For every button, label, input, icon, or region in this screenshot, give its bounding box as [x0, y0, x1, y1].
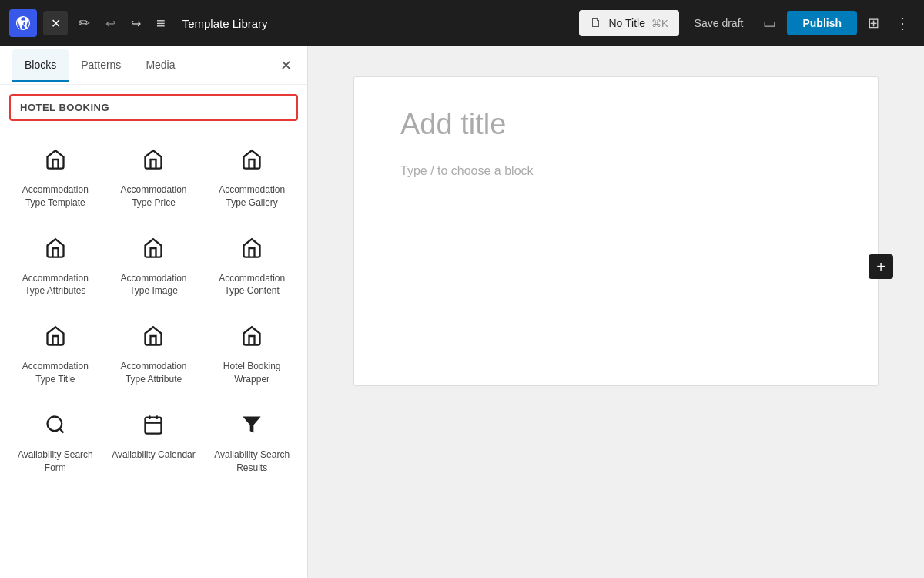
house-icon-2	[142, 149, 164, 176]
house-icon-3	[241, 149, 263, 176]
block-item-acc-type-title[interactable]: Accommodation Type Title	[6, 313, 105, 395]
svg-point-0	[47, 416, 62, 431]
tab-blocks[interactable]: Blocks	[12, 49, 69, 82]
block-item-acc-type-image[interactable]: Accommodation Type Image	[105, 225, 203, 307]
svg-rect-2	[146, 417, 162, 433]
block-item-acc-type-template[interactable]: Accommodation Type Template	[6, 136, 105, 219]
toolbar: ✕ ✏ ↩ ↪ ≡ Template Library 🗋 No Title ⌘K…	[0, 0, 924, 46]
blocks-row-4: Availability Search Form Availability Ca…	[0, 398, 307, 487]
block-label-acc-type-image: Accommodation Type Image	[111, 272, 197, 298]
block-item-availability-search-form[interactable]: Availability Search Form	[6, 402, 105, 484]
house-icon-9	[241, 325, 263, 352]
house-icon-6	[241, 237, 263, 264]
close-button[interactable]: ✕	[43, 11, 68, 35]
no-title-label: No Title	[608, 17, 644, 29]
block-label-acc-type-template: Accommodation Type Template	[12, 183, 99, 210]
publish-button[interactable]: Publish	[787, 11, 857, 35]
block-label-acc-type-content: Accommodation Type Content	[209, 272, 295, 298]
blocks-row-1: Accommodation Type Template Accommodatio…	[0, 133, 307, 222]
undo-icon[interactable]: ↩	[101, 13, 120, 34]
block-item-acc-type-attributes[interactable]: Accommodation Type Attributes	[6, 225, 105, 307]
block-label-availability-search-results: Availability Search Results	[209, 449, 295, 475]
svg-marker-6	[243, 416, 260, 432]
house-icon-8	[142, 325, 164, 352]
wp-logo	[9, 9, 37, 37]
block-item-acc-type-price[interactable]: Accommodation Type Price	[105, 136, 203, 219]
block-label-availability-calendar: Availability Calendar	[112, 449, 196, 462]
add-block-button[interactable]: +	[869, 254, 893, 279]
tab-media[interactable]: Media	[133, 49, 187, 82]
block-label-acc-type-price: Accommodation Type Price	[111, 183, 197, 210]
block-label-acc-type-gallery: Accommodation Type Gallery	[209, 183, 295, 210]
block-label-acc-type-attributes: Accommodation Type Attributes	[12, 272, 99, 298]
block-item-acc-type-attribute[interactable]: Accommodation Type Attribute	[105, 313, 203, 395]
document-icon: 🗋	[590, 16, 602, 30]
block-label-availability-search-form: Availability Search Form	[12, 449, 99, 475]
house-icon-5	[142, 237, 164, 264]
sidebar-tabs: Blocks Patterns Media ✕	[0, 46, 307, 85]
plus-icon: +	[876, 258, 886, 276]
editor-canvas: Add title Type / to choose a block	[354, 77, 878, 385]
more-options-icon[interactable]: ⋮	[890, 9, 915, 37]
block-item-acc-type-gallery[interactable]: Accommodation Type Gallery	[203, 136, 301, 219]
svg-line-1	[59, 428, 63, 432]
house-icon-1	[45, 149, 66, 176]
blocks-row-3: Accommodation Type Title Accommodation T…	[0, 310, 307, 398]
editor-area: Add title Type / to choose a block +	[308, 46, 924, 578]
type-block-placeholder: Type / to choose a block	[400, 164, 832, 178]
shortcut-label: ⌘K	[651, 18, 668, 29]
filter-icon	[241, 414, 263, 441]
toolbar-title: Template Library	[182, 17, 268, 30]
no-title-button[interactable]: 🗋 No Title ⌘K	[579, 10, 678, 36]
tab-patterns[interactable]: Patterns	[69, 49, 133, 82]
close-icon: ✕	[51, 16, 61, 31]
category-filter: HOTEL BOOKING	[9, 94, 298, 121]
main-layout: Blocks Patterns Media ✕ HOTEL BOOKING	[0, 46, 924, 578]
edit-icon[interactable]: ✏	[74, 10, 95, 36]
block-item-acc-type-content[interactable]: Accommodation Type Content	[203, 225, 301, 307]
block-item-availability-search-results[interactable]: Availability Search Results	[203, 402, 301, 484]
calendar-icon	[142, 414, 164, 441]
house-icon-4	[45, 237, 66, 264]
view-icon[interactable]: ▭	[758, 10, 781, 36]
house-icon-7	[45, 325, 66, 352]
hamburger-icon[interactable]: ≡	[152, 12, 170, 35]
save-draft-button[interactable]: Save draft	[685, 11, 753, 35]
block-label-acc-type-attribute: Accommodation Type Attribute	[111, 360, 197, 386]
block-label-acc-type-title: Accommodation Type Title	[12, 360, 99, 386]
add-title-placeholder[interactable]: Add title	[400, 108, 832, 141]
redo-icon[interactable]: ↪	[126, 13, 146, 34]
sidebar: Blocks Patterns Media ✕ HOTEL BOOKING	[0, 46, 308, 578]
search-icon	[45, 414, 66, 441]
block-label-hotel-booking-wrapper: Hotel Booking Wrapper	[209, 360, 295, 386]
blocks-grid: Accommodation Type Template Accommodatio…	[0, 127, 307, 578]
block-item-hotel-booking-wrapper[interactable]: Hotel Booking Wrapper	[203, 313, 301, 395]
block-item-availability-calendar[interactable]: Availability Calendar	[105, 402, 203, 484]
sidebar-close-button[interactable]: ✕	[277, 54, 295, 77]
layout-icon[interactable]: ⊞	[863, 10, 884, 36]
blocks-row-2: Accommodation Type Attributes Accommodat…	[0, 222, 307, 311]
